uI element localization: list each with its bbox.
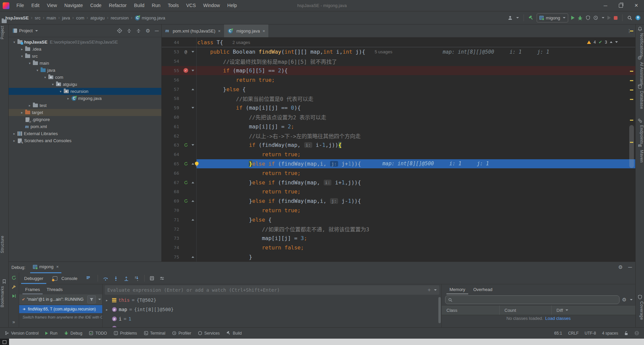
resume-button[interactable] bbox=[11, 294, 16, 298]
lock-icon[interactable] bbox=[624, 331, 628, 336]
stripe-item-coverage[interactable]: Coverage bbox=[636, 301, 644, 320]
mvn-stripe-icon[interactable]: m bbox=[637, 142, 643, 148]
gear-icon[interactable]: ⚙ bbox=[622, 297, 627, 303]
code-text[interactable]: } bbox=[196, 252, 635, 262]
run-button[interactable] bbox=[571, 16, 575, 20]
line-number[interactable]: 55 bbox=[162, 68, 182, 73]
tree-item-scratches-and-consoles[interactable]: ▸Scratches and Consoles bbox=[9, 137, 161, 144]
tree-chevron-icon[interactable]: ▾ bbox=[50, 82, 56, 86]
menu-edit[interactable]: Edit bbox=[28, 3, 43, 8]
error-stripe[interactable] bbox=[629, 24, 634, 262]
frames-tab-frames[interactable]: Frames bbox=[22, 284, 43, 294]
fold-slot[interactable] bbox=[190, 107, 196, 109]
menu-run[interactable]: Run bbox=[148, 3, 164, 8]
gear-icon[interactable]: ⚙ bbox=[146, 28, 150, 34]
stack-frame-selected[interactable]: findWay:65, T (com.atguigu.recursion) bbox=[19, 305, 102, 313]
close-icon[interactable]: × bbox=[218, 28, 221, 34]
fold-slot[interactable] bbox=[190, 182, 196, 183]
at-icon[interactable]: @ bbox=[637, 55, 643, 60]
menu-refactor[interactable]: Refactor bbox=[105, 3, 130, 8]
code-text[interactable]: return true; bbox=[196, 187, 635, 196]
tree-item-pom-xml[interactable]: mpom.xml bbox=[9, 123, 161, 130]
code-text[interactable]: return true; bbox=[196, 75, 635, 84]
breadcrumb-item[interactable]: java bbox=[62, 15, 70, 20]
debug-tab-debugger[interactable]: Debugger bbox=[21, 273, 46, 284]
hammer-icon[interactable] bbox=[529, 15, 534, 20]
bug-icon[interactable] bbox=[578, 15, 583, 20]
fold-end-icon[interactable] bbox=[192, 256, 194, 258]
bookmarks-icon[interactable] bbox=[1, 279, 7, 284]
tree-item-recursion[interactable]: ▾recursion bbox=[9, 88, 161, 95]
stripe-item-database[interactable]: Database bbox=[636, 91, 644, 109]
line-number[interactable]: 44 bbox=[162, 40, 182, 45]
line-number[interactable]: 69 bbox=[162, 198, 182, 204]
code-text[interactable]: }else { bbox=[196, 84, 635, 94]
chevron-down-icon[interactable] bbox=[434, 289, 437, 291]
plug-icon[interactable] bbox=[637, 118, 643, 123]
tree-chevron-icon[interactable]: ▸ bbox=[106, 308, 110, 311]
line-number[interactable]: 72 bbox=[162, 227, 182, 232]
breakpoint-icon[interactable]: ✓ bbox=[183, 68, 188, 73]
thread-selector[interactable]: ✔ "main"@1 in g...ain": RUNNING bbox=[19, 294, 102, 304]
fold-slot[interactable] bbox=[190, 144, 196, 146]
status-item-debug[interactable]: Debug bbox=[64, 331, 82, 336]
code-text[interactable]: //如果当前位置是0 代表可以走 bbox=[196, 94, 635, 103]
breadcrumb-item[interactable]: hspJavaSE bbox=[5, 15, 29, 20]
project-panel-title[interactable]: Project bbox=[19, 28, 33, 33]
profiler-icon[interactable] bbox=[593, 15, 598, 20]
code-text[interactable]: //以上->右->下->左的策略往其他四个方向走 bbox=[196, 131, 635, 140]
menu-window[interactable]: Window bbox=[200, 3, 224, 8]
code-text[interactable]: if (map[6][5] == 2){ bbox=[196, 66, 635, 75]
hide-panel-icon[interactable]: ─ bbox=[155, 28, 159, 34]
tree-item-src[interactable]: ▾src bbox=[9, 53, 161, 60]
code-text[interactable]: //设定最终找到坐标是map[6][5] 就不再找了 bbox=[196, 57, 635, 66]
line-number[interactable]: 57 bbox=[162, 87, 182, 92]
warning-stripe-mark[interactable] bbox=[630, 71, 633, 72]
step-out-icon[interactable] bbox=[122, 276, 131, 281]
tree-item-target[interactable]: ▸target bbox=[9, 109, 161, 116]
memory-column-count[interactable]: Count bbox=[500, 305, 552, 315]
line-number[interactable]: 58 bbox=[162, 96, 182, 101]
status-item-services[interactable]: Services bbox=[198, 331, 220, 336]
shield-icon[interactable] bbox=[637, 294, 643, 300]
breadcrumb-item[interactable]: main bbox=[47, 15, 56, 20]
tree-item-migong-java[interactable]: ▸Cmigong.java bbox=[9, 95, 161, 102]
status-widget-65-1[interactable]: 65:1 bbox=[554, 331, 562, 336]
menu-help[interactable]: Help bbox=[224, 3, 241, 8]
fold-slot[interactable] bbox=[190, 219, 196, 221]
frames-tab-threads[interactable]: Threads bbox=[44, 284, 65, 294]
code-text[interactable]: map[i][j] = 3; bbox=[196, 234, 635, 243]
code-text[interactable]: }else if (findWay(map,i, j: j-1)){ bbox=[196, 196, 635, 206]
stripe-item-project[interactable]: Project bbox=[0, 26, 8, 39]
project-stripe-icon[interactable] bbox=[1, 18, 7, 24]
fold-end-icon[interactable] bbox=[192, 163, 194, 165]
search-icon[interactable] bbox=[627, 15, 632, 20]
tree-item-java[interactable]: ▾java bbox=[9, 67, 161, 74]
tree-item-hspjavase[interactable]: ▾hspJavaSEE:\workplace01\javaSE\hspJavaS… bbox=[9, 39, 161, 46]
evaluate-icon[interactable] bbox=[148, 276, 156, 281]
scrollbar-thumb[interactable] bbox=[629, 125, 634, 168]
fold-end-icon[interactable] bbox=[192, 219, 194, 221]
menu-file[interactable]: File bbox=[13, 3, 28, 8]
editor-tab-migong-java[interactable]: Cmigong.java× bbox=[224, 24, 269, 37]
tree-chevron-icon[interactable]: ▸ bbox=[19, 47, 25, 51]
line-number[interactable]: 60 bbox=[162, 115, 182, 120]
menu-navigate[interactable]: Navigate bbox=[61, 3, 87, 8]
line-number[interactable]: 74 bbox=[162, 245, 182, 250]
line-number[interactable]: 59 bbox=[162, 105, 182, 110]
warning-stripe-mark[interactable] bbox=[630, 31, 633, 32]
menu-code[interactable]: Code bbox=[87, 3, 105, 8]
line-number[interactable]: 75 bbox=[162, 254, 182, 260]
bell-icon[interactable] bbox=[637, 26, 643, 32]
tree-chevron-icon[interactable]: ▾ bbox=[42, 75, 48, 79]
line-number[interactable]: 54 bbox=[162, 59, 182, 64]
tree-chevron-icon[interactable]: ▸ bbox=[11, 132, 17, 135]
expand-all-icon[interactable] bbox=[127, 28, 131, 33]
run-to-cursor-icon[interactable] bbox=[132, 276, 141, 281]
tree-item-com[interactable]: ▾com bbox=[9, 74, 161, 81]
taskbar-start-button[interactable] bbox=[0, 339, 9, 345]
line-number[interactable]: 62 bbox=[162, 133, 182, 138]
code-text[interactable]: class T{2 usages bbox=[196, 38, 635, 47]
chevron-down-icon[interactable] bbox=[98, 299, 101, 300]
breadcrumb-item[interactable]: src bbox=[35, 15, 40, 20]
